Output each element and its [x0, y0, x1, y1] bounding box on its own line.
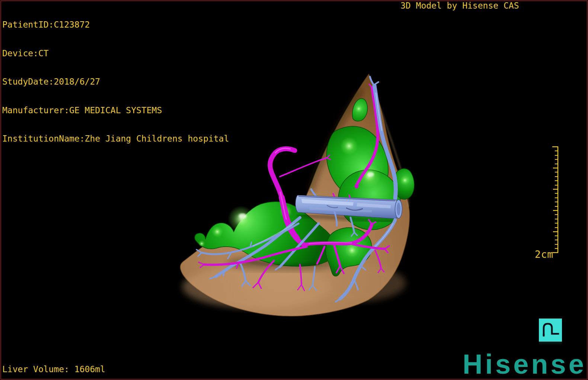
hisense-logo: Hisense	[463, 349, 587, 379]
posterior-orientation-icon	[539, 319, 562, 342]
orientation-marker-button[interactable]	[539, 319, 562, 342]
scale-ruler	[0, 0, 588, 380]
cas-3d-viewer-window: PatientID:C123872 Device:CT StudyDate:20…	[0, 0, 588, 380]
